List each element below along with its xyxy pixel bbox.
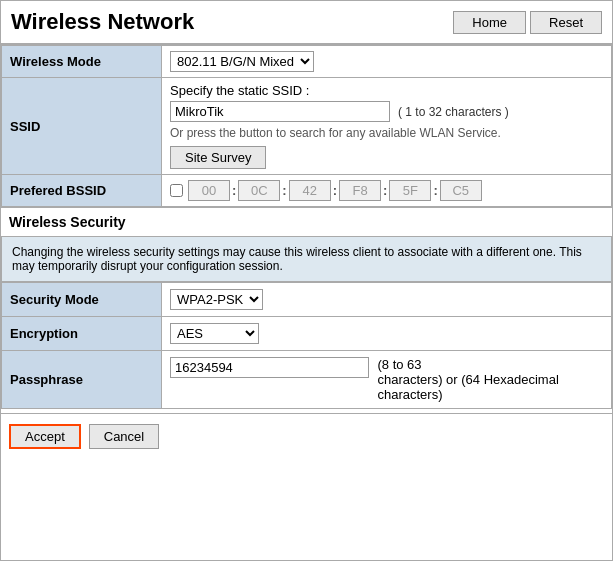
- site-survey-button[interactable]: Site Survey: [170, 146, 266, 169]
- bssid-field-4[interactable]: [339, 180, 381, 201]
- passphrase-hint-line1: (8 to 63: [377, 357, 603, 372]
- wireless-security-heading: Wireless Security: [1, 207, 612, 236]
- site-survey-container: Site Survey: [170, 140, 603, 169]
- ssid-specify-label: Specify the static SSID :: [170, 83, 603, 98]
- cancel-button[interactable]: Cancel: [89, 424, 159, 449]
- wireless-security-warning: Changing the wireless security settings …: [1, 236, 612, 282]
- passphrase-container: (8 to 63 characters) or (64 Hexadecimal …: [170, 357, 603, 402]
- passphrase-input[interactable]: [170, 357, 369, 378]
- wireless-mode-value: 802.11 B/G/N Mixed 802.11 B/G Mixed 802.…: [162, 46, 612, 78]
- encryption-row: Encryption AES TKIP TKIP+AES: [2, 317, 612, 351]
- preferred-bssid-row: Prefered BSSID : : : : :: [2, 175, 612, 207]
- wireless-mode-row: Wireless Mode 802.11 B/G/N Mixed 802.11 …: [2, 46, 612, 78]
- wireless-mode-label: Wireless Mode: [2, 46, 162, 78]
- header-buttons: Home Reset: [453, 11, 602, 34]
- ssid-input-row: ( 1 to 32 characters ): [170, 101, 603, 122]
- encryption-value: AES TKIP TKIP+AES: [162, 317, 612, 351]
- ssid-value-cell: Specify the static SSID : ( 1 to 32 char…: [162, 78, 612, 175]
- page-wrapper: Wireless Network Home Reset Wireless Mod…: [0, 0, 613, 561]
- passphrase-hint: (8 to 63 characters) or (64 Hexadecimal …: [377, 357, 603, 402]
- passphrase-value: (8 to 63 characters) or (64 Hexadecimal …: [162, 351, 612, 409]
- page-title: Wireless Network: [11, 9, 194, 35]
- ssid-or-text: Or press the button to search for any av…: [170, 126, 603, 140]
- ssid-label: SSID: [2, 78, 162, 175]
- footer: Accept Cancel: [1, 413, 612, 459]
- preferred-bssid-value: : : : : :: [162, 175, 612, 207]
- header: Wireless Network Home Reset: [1, 1, 612, 45]
- bssid-checkbox[interactable]: [170, 184, 183, 197]
- bssid-field-2[interactable]: [238, 180, 280, 201]
- security-mode-row: Security Mode WPA2-PSK WPA-PSK WEP Disab…: [2, 283, 612, 317]
- bssid-fields: : : : : :: [170, 180, 603, 201]
- passphrase-label: Passphrase: [2, 351, 162, 409]
- security-mode-select[interactable]: WPA2-PSK WPA-PSK WEP Disable: [170, 289, 263, 310]
- bssid-field-6[interactable]: [440, 180, 482, 201]
- passphrase-hint-line2: characters) or (64 Hexadecimal character…: [377, 372, 603, 402]
- home-button[interactable]: Home: [453, 11, 526, 34]
- bssid-field-1[interactable]: [188, 180, 230, 201]
- security-mode-value: WPA2-PSK WPA-PSK WEP Disable: [162, 283, 612, 317]
- security-settings-table: Security Mode WPA2-PSK WPA-PSK WEP Disab…: [1, 282, 612, 409]
- settings-table: Wireless Mode 802.11 B/G/N Mixed 802.11 …: [1, 45, 612, 207]
- security-mode-label: Security Mode: [2, 283, 162, 317]
- reset-button[interactable]: Reset: [530, 11, 602, 34]
- bssid-field-5[interactable]: [389, 180, 431, 201]
- accept-button[interactable]: Accept: [9, 424, 81, 449]
- encryption-label: Encryption: [2, 317, 162, 351]
- wireless-mode-select[interactable]: 802.11 B/G/N Mixed 802.11 B/G Mixed 802.…: [170, 51, 314, 72]
- ssid-input[interactable]: [170, 101, 390, 122]
- bssid-field-3[interactable]: [289, 180, 331, 201]
- ssid-row: SSID Specify the static SSID : ( 1 to 32…: [2, 78, 612, 175]
- encryption-select[interactable]: AES TKIP TKIP+AES: [170, 323, 259, 344]
- content: Wireless Mode 802.11 B/G/N Mixed 802.11 …: [1, 45, 612, 459]
- ssid-chars-hint: ( 1 to 32 characters ): [398, 105, 509, 119]
- preferred-bssid-label: Prefered BSSID: [2, 175, 162, 207]
- passphrase-row: Passphrase (8 to 63 characters) or (64 H…: [2, 351, 612, 409]
